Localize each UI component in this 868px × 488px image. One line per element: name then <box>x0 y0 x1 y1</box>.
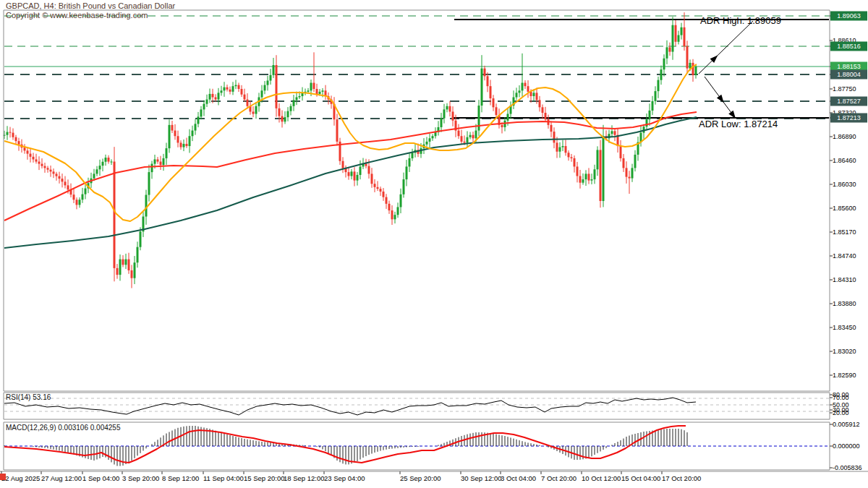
time-tick-label: 3 Sep 20:00 <box>122 474 159 482</box>
time-tick-label: 15 Oct 04:00 <box>621 474 660 482</box>
price-tick-label: 1.86890 <box>833 133 856 140</box>
time-tick-label: 1 Sep 04:00 <box>82 474 119 482</box>
chart-canvas[interactable] <box>0 0 868 488</box>
macd-indicator-label: MACD(12,26,9) 0.003106 0.004255 <box>6 424 120 432</box>
time-tick-label: 27 Aug 12:00 <box>41 474 82 482</box>
macd-scale-label: 0.005912 <box>833 421 860 428</box>
price-tick-label: 1.83450 <box>833 324 856 331</box>
time-tick-label: 10 Oct 12:00 <box>582 474 621 482</box>
time-tick-label: 11 Sep 04:00 <box>203 474 244 482</box>
price-tick-label: 1.83020 <box>833 348 856 355</box>
mt4-chart-window: GBPCAD, H4: British Pound vs Canadian Do… <box>0 0 868 488</box>
time-tick-label: 23 Sep 04:00 <box>324 474 365 482</box>
time-tick-label: 22 Aug 2025 <box>1 474 40 482</box>
price-badge: 1.87213 <box>830 114 867 123</box>
rsi-scale-label: 70.00 <box>833 394 849 401</box>
candlestick-series <box>4 12 697 288</box>
rsi-scale-label: 20.00 <box>833 409 849 416</box>
time-tick-label: 7 Oct 20:00 <box>541 474 576 482</box>
panel-borders <box>0 10 868 471</box>
price-tick-label: 1.82590 <box>833 372 856 379</box>
macd-panel <box>4 426 830 466</box>
macd-scale-label: -0.005836 <box>833 464 862 471</box>
time-tick-label: 8 Sep 12:00 <box>162 474 199 482</box>
macd-scale-label: 0.000000 <box>833 442 860 450</box>
adr-arrows <box>699 21 753 119</box>
history-marker <box>0 474 6 480</box>
ma-slow-teal <box>4 117 697 248</box>
copyright-watermark: Copyright © www.keenbase-trading.com <box>6 11 148 20</box>
price-tick-label: 1.87750 <box>833 85 856 93</box>
rsi-indicator-label: RSI(14) 53.16 <box>6 393 51 401</box>
adr-high-label: ADR High: 1.89059 <box>700 15 781 26</box>
time-tick-label: 30 Sep 12:00 <box>461 474 502 482</box>
price-tick-label: 1.84740 <box>833 252 856 260</box>
price-badge: 1.88516 <box>830 42 867 51</box>
price-tick-label: 1.83880 <box>833 300 856 307</box>
price-badge: 1.87527 <box>830 97 867 106</box>
rsi-panel <box>4 398 830 415</box>
price-tick-label: 1.85600 <box>833 205 856 212</box>
time-tick-label: 18 Sep 12:00 <box>284 474 325 482</box>
price-badge: 1.88004 <box>830 70 867 80</box>
price-tick-label: 1.86030 <box>833 181 856 188</box>
time-tick-label: 17 Oct 20:00 <box>662 474 701 482</box>
price-badge: 1.89063 <box>830 12 867 21</box>
price-tick-label: 1.84310 <box>833 276 856 283</box>
price-tick-label: 1.85170 <box>833 228 856 236</box>
ma-fast-orange <box>4 64 697 221</box>
chart-title: GBPCAD, H4: British Pound vs Canadian Do… <box>6 1 175 10</box>
time-tick-label: 25 Sep 20:00 <box>400 474 441 482</box>
adr-low-label: ADR Low: 1.87214 <box>699 119 778 129</box>
time-tick-label: 3 Oct 04:00 <box>501 474 536 482</box>
price-tick-label: 1.86460 <box>833 157 856 164</box>
time-tick-label: 15 Sep 20:00 <box>244 474 285 482</box>
